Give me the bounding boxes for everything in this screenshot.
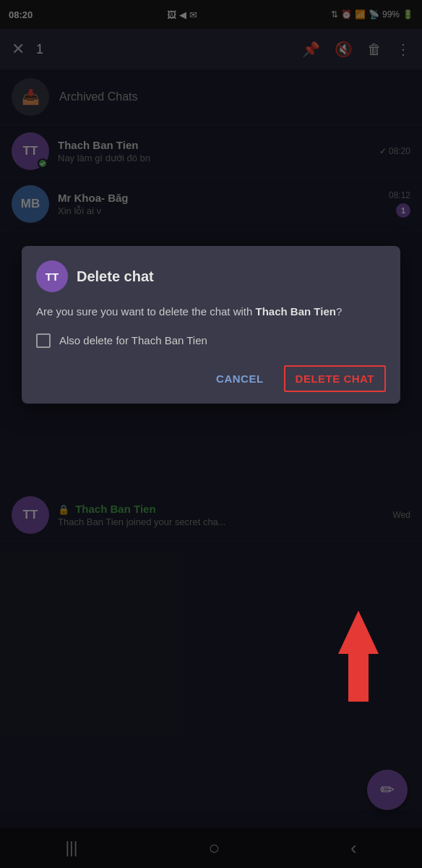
arrow-annotation bbox=[338, 610, 379, 702]
dialog-actions: CANCEL DELETE CHAT bbox=[36, 365, 386, 392]
dialog-body-suffix: ? bbox=[336, 305, 342, 318]
dialog-checkbox-row[interactable]: Also delete for Thach Ban Tien bbox=[36, 333, 386, 348]
modal-overlay bbox=[0, 0, 422, 868]
also-delete-checkbox[interactable] bbox=[36, 333, 51, 348]
cancel-button[interactable]: CANCEL bbox=[207, 367, 272, 391]
dialog-body-prefix: Are you sure you want to delete the chat… bbox=[36, 305, 256, 318]
dialog-title: Delete chat bbox=[77, 268, 154, 285]
checkbox-label: Also delete for Thach Ban Tien bbox=[59, 334, 207, 346]
delete-chat-button[interactable]: DELETE CHAT bbox=[284, 365, 386, 392]
dialog-avatar-initials: TT bbox=[46, 271, 59, 283]
dialog-avatar: TT bbox=[36, 260, 68, 292]
dialog-body: Are you sure you want to delete the chat… bbox=[36, 304, 386, 320]
arrow-shaft bbox=[348, 651, 369, 702]
dialog-contact-name: Thach Ban Tien bbox=[256, 305, 336, 318]
delete-chat-dialog: TT Delete chat Are you sure you want to … bbox=[22, 246, 400, 404]
arrow-up bbox=[338, 610, 379, 654]
dialog-title-row: TT Delete chat bbox=[36, 260, 386, 292]
